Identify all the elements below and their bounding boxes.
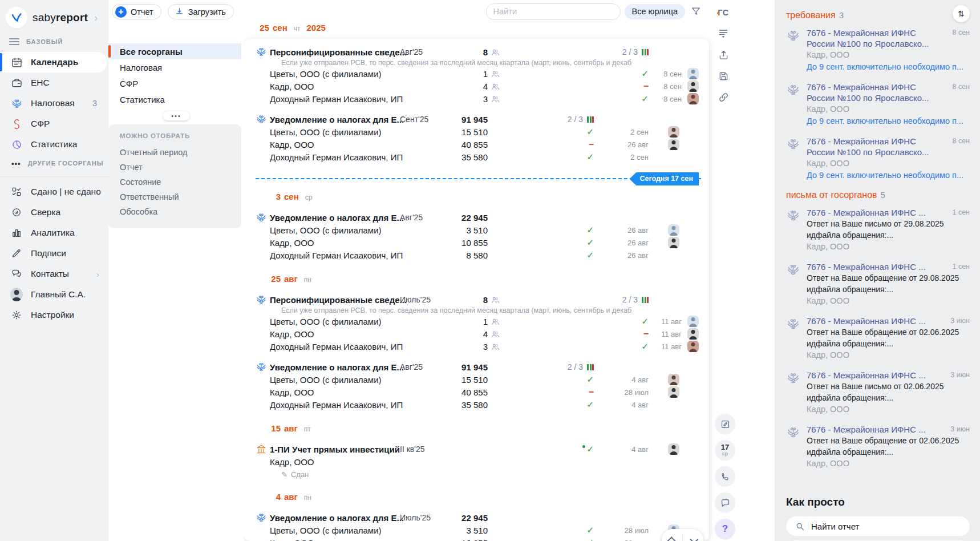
org-row[interactable]: Цветы, ООО (с филиалами) 3 510 ✓ 26 авг	[256, 224, 701, 236]
done-date: 8 сен	[649, 82, 682, 91]
notification-item[interactable]: 7676 - Межрайонная ИФНС ... 3 июн Ответ …	[786, 424, 970, 470]
filter-nalogovaya[interactable]: Налоговая	[108, 59, 241, 75]
org-row[interactable]: Кадр, ООО 10 855 ✓ 28 июл	[256, 536, 701, 541]
scroll-down-button[interactable]	[683, 529, 703, 541]
sidebar-item-ens[interactable]: ЕНС	[0, 72, 108, 93]
org-row[interactable]: Кадр, ООО 4 − 11 авг	[256, 328, 701, 340]
search-input[interactable]	[486, 3, 621, 20]
sidebar-item-sdano[interactable]: Сдано | не сдано	[0, 181, 108, 202]
sidebar-item-statistika[interactable]: Статистика	[0, 134, 108, 155]
save-button[interactable]	[715, 67, 732, 84]
export-button[interactable]	[715, 46, 732, 63]
org-row[interactable]: Цветы, ООО (с филиалами) 15 510 ✓ 2 сен	[256, 126, 701, 138]
people-icon	[488, 94, 503, 104]
report-item[interactable]: Персонифицированные сведе... Авг'25 8 2 …	[256, 46, 701, 105]
done-date: 11 авг	[649, 330, 682, 338]
org-name: Доходный Герман Исаакович, ИП	[270, 342, 400, 352]
date-day: 15	[267, 423, 281, 433]
select-branch-link[interactable]: Обособка	[120, 204, 157, 219]
sort-button[interactable]: ⇅	[953, 5, 970, 22]
org-row[interactable]: Цветы, ООО (с филиалами) 15 510 ✓ 4 авг	[256, 373, 701, 386]
calendar-date-header: 4 авг пн	[256, 492, 701, 503]
report-item[interactable]: Уведомление о налогах для Е... Сент'25 9…	[256, 113, 701, 163]
notification-item[interactable]: 7676 - Межрайонная ИФНС ... 1 сен Ответ …	[786, 261, 970, 307]
notification-org: Кадр, ООО	[807, 103, 970, 115]
org-rows: Цветы, ООО (с филиалами) 1 ✓ 11 авг Кадр…	[256, 315, 701, 353]
phone-button[interactable]	[715, 466, 735, 487]
org-row[interactable]: Кадр, ООО 40 855 − 26 авг	[256, 138, 701, 151]
help-button[interactable]: ?	[715, 519, 735, 539]
notification-item[interactable]: 7676 - Межрайонная ИФНС России №100 по Я…	[786, 27, 970, 73]
notification-org: Кадр, ООО	[807, 295, 970, 307]
notification-link[interactable]: До 9 сент. включительно необходимо п...	[807, 115, 970, 127]
filter-funnel-icon[interactable]	[690, 6, 702, 17]
org-row[interactable]: Цветы, ООО (с филиалами) 1 ✓ 11 авг	[256, 315, 701, 328]
brand-chevron-icon[interactable]: ›	[94, 12, 98, 24]
notification-item[interactable]: 7676 - Межрайонная ИФНС России №100 по Я…	[786, 136, 970, 181]
filter-statistika[interactable]: Статистика	[108, 91, 241, 107]
today-badge[interactable]: Сегодня 17 сен	[629, 172, 699, 185]
sidebar-item-analitika[interactable]: Аналитика	[0, 223, 108, 243]
gov-agency-icon	[256, 443, 267, 455]
org-row[interactable]: Кадр, ООО 4 − 8 сен	[256, 80, 701, 92]
org-row[interactable]: Доходный Герман Исаакович, ИП 3 ✓ 11 авг	[256, 340, 701, 353]
org-row[interactable]: Кадр, ООО	[256, 455, 701, 468]
upload-button[interactable]: Загрузить	[168, 4, 234, 19]
sidebar-item-nalogovaya[interactable]: Налоговая 3	[0, 93, 108, 114]
today-date-button[interactable]: 17 ср	[715, 440, 735, 461]
notification-text: идфайла обращения:...	[807, 229, 970, 241]
find-report-action[interactable]: Найти отчет	[786, 516, 970, 536]
org-name: Кадр, ООО	[270, 387, 400, 397]
notes-button[interactable]	[715, 414, 735, 434]
list-view-button[interactable]	[715, 25, 732, 42]
menu-icon[interactable]	[9, 38, 19, 45]
sidebar-item-podpisi[interactable]: Подписи	[0, 243, 108, 264]
org-row[interactable]: Кадр, ООО 10 855 ✓ 26 авг	[256, 236, 701, 249]
more-filters-button[interactable]: •••	[163, 111, 189, 120]
report-item[interactable]: Персонифицированные сведе... Июль'25 8 2…	[256, 293, 701, 353]
done-date: 8 сен	[649, 70, 682, 78]
notification-item[interactable]: 7676 - Межрайонная ИФНС ... 3 июн Ответ …	[786, 316, 970, 361]
chat-button[interactable]	[715, 492, 735, 513]
notification-item[interactable]: 7676 - Межрайонная ИФНС ... 3 июн Ответ …	[786, 370, 970, 415]
notification-item[interactable]: 7676 - Межрайонная ИФНС ... 1 сен Ответ …	[786, 207, 970, 253]
filter-sfr[interactable]: СФР	[108, 75, 241, 91]
org-row[interactable]: Доходный Герман Исаакович, ИП 35 580 ✓ 4…	[256, 398, 701, 411]
select-responsible-link[interactable]: Ответственный	[120, 189, 179, 204]
scroll-up-button[interactable]	[662, 529, 682, 541]
org-row[interactable]: Доходный Герман Исаакович, ИП 35 580 ✓ 2…	[256, 151, 701, 163]
report-item[interactable]: 1-ПИ Учет прямых инвестиций II кв'25 ✓ 4…	[256, 443, 701, 479]
notification-link[interactable]: До 9 сент. включительно необходимо п...	[807, 169, 970, 181]
select-period-link[interactable]: Отчетный период	[120, 145, 188, 160]
date-month: авг	[284, 492, 298, 502]
brand-logo[interactable]: sabyreport ›	[0, 0, 108, 33]
sidebar-item-sverka[interactable]: Сверка	[0, 202, 108, 223]
right-panel: ⇅ требования 3 7676 - Межрайонная ИФНС Р…	[775, 0, 980, 541]
org-filter-dropdown[interactable]: Все юрлица	[625, 4, 685, 19]
notification-item[interactable]: 7676 - Межрайонная ИФНС России №100 по Я…	[786, 82, 970, 127]
notification-text: Ответ на Ваше письмо от 29.08.2025	[807, 218, 970, 229]
new-report-button[interactable]: + Отчет	[112, 4, 161, 19]
sidebar-item-kontakty[interactable]: Контакты ›	[0, 264, 108, 284]
report-item[interactable]: Уведомление о налогах для Е... Авг'25 22…	[256, 211, 701, 261]
filter-all-gov[interactable]: Все госорганы	[108, 43, 241, 59]
org-row[interactable]: Цветы, ООО (с филиалами) 3 510 ✓ 28 июл	[256, 524, 701, 536]
select-state-link[interactable]: Состояние	[120, 175, 161, 189]
sidebar-item-calendar[interactable]: Календарь	[0, 52, 107, 72]
sidebar-item-nastroyki[interactable]: Настройки	[0, 305, 108, 325]
sidebar-item-other-gov[interactable]: ••• ДРУГИЕ ГОСОРГАНЫ	[0, 155, 108, 172]
gov-services-button[interactable]: ГС	[715, 4, 732, 21]
select-report-link[interactable]: Отчет	[120, 160, 143, 175]
org-row[interactable]: Кадр, ООО 40 855 − 28 июл	[256, 386, 701, 398]
notification-text: Ответ на Ваше обращение от 02.06.2025	[807, 326, 970, 338]
link-button[interactable]	[715, 88, 732, 106]
notification-link[interactable]: До 9 сент. включительно необходимо п...	[807, 61, 970, 73]
sidebar-item-user[interactable]: Главный С.А.	[0, 284, 108, 305]
org-name: Доходный Герман Исаакович, ИП	[270, 400, 400, 410]
org-row[interactable]: Цветы, ООО (с филиалами) 1 ✓ 8 сен	[256, 67, 701, 80]
org-row[interactable]: Доходный Герман Исаакович, ИП 8 580 ✓ 26…	[256, 249, 701, 261]
sidebar-item-sfr[interactable]: СФР	[0, 114, 108, 134]
org-row[interactable]: Доходный Герман Исаакович, ИП 3 ✓ 8 сен	[256, 92, 701, 105]
report-item[interactable]: Уведомление о налогах для Е... Авг'25 91…	[256, 361, 701, 411]
report-item[interactable]: Уведомление о налогах для Е... Июль'25 2…	[256, 511, 701, 541]
